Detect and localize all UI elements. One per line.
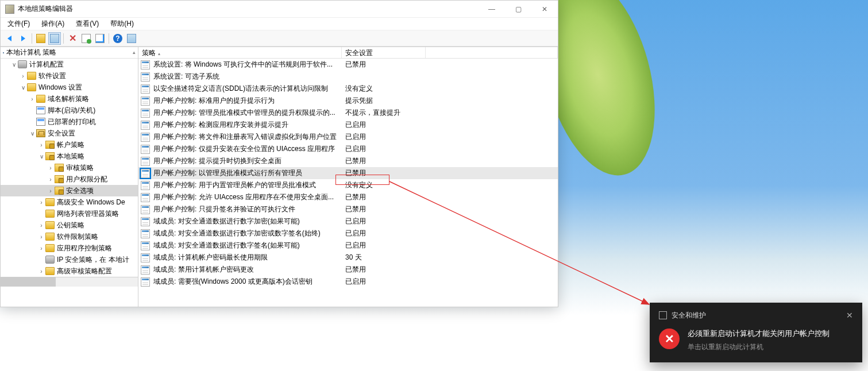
window-title: 本地组策略编辑器 xyxy=(18,4,479,14)
policy-icon xyxy=(141,217,150,226)
policy-name: 域成员: 对安全通道数据进行数字加密或数字签名(始终) xyxy=(152,229,342,238)
app-icon xyxy=(5,5,14,14)
policy-row[interactable]: 以安全描述符定义语言(SDDL)语法表示的计算机访问限制没有定义 xyxy=(138,83,558,95)
folder-icon xyxy=(45,198,55,206)
policy-icon xyxy=(141,181,150,190)
printer-icon xyxy=(36,118,45,126)
folder-up-icon xyxy=(36,34,45,43)
policy-row[interactable]: 用户帐户控制: 用于内置管理员帐户的管理员批准模式没有定义 xyxy=(138,179,558,191)
policy-setting: 没有定义 xyxy=(342,84,426,94)
show-hide-tree-button[interactable] xyxy=(48,32,61,45)
policy-row[interactable]: 用户帐户控制: 只提升签名并验证的可执行文件已禁用 xyxy=(138,203,558,215)
policy-setting: 已禁用 xyxy=(342,60,426,69)
policy-row[interactable]: 域成员: 禁用计算机帐户密码更改已禁用 xyxy=(138,264,558,276)
node-audit[interactable]: ›审核策略 xyxy=(1,162,138,173)
policy-row[interactable]: 用户帐户控制: 仅提升安装在安全位置的 UIAccess 应用程序已启用 xyxy=(138,143,558,155)
list-header[interactable]: 策略▴ 安全设置 xyxy=(138,47,558,59)
folder-icon xyxy=(45,244,55,252)
menu-view[interactable]: 查看(V) xyxy=(71,18,103,30)
menu-file[interactable]: 文件(F) xyxy=(3,18,34,30)
policy-name: 域成员: 对安全通道数据进行数字签名(如果可能) xyxy=(152,241,342,250)
node-account-policy[interactable]: ›帐户策略 xyxy=(1,139,138,150)
node-windows-settings[interactable]: ∨Windows 设置 xyxy=(1,82,138,93)
policy-setting: 已禁用 xyxy=(342,204,426,214)
arrow-left-icon xyxy=(7,36,11,41)
titlebar[interactable]: 本地组策略编辑器 — ▢ ✕ xyxy=(1,1,558,18)
node-pubkey[interactable]: ›公钥策略 xyxy=(1,219,138,231)
policy-name: 域成员: 对安全通道数据进行数字加密(如果可能) xyxy=(152,217,342,226)
policy-row[interactable]: 域成员: 对安全通道数据进行数字签名(如果可能)已启用 xyxy=(138,239,558,252)
gpedit-window: 本地组策略编辑器 — ▢ ✕ 文件(F) 操作(A) 查看(V) 帮助(H) ✕… xyxy=(0,0,558,307)
policy-setting: 已禁用 xyxy=(342,265,426,275)
export-button[interactable] xyxy=(94,32,106,45)
policy-name: 用户帐户控制: 管理员批准模式中管理员的提升权限提示的... xyxy=(152,108,342,118)
notif-close-button[interactable]: ✕ xyxy=(846,311,853,320)
node-security[interactable]: ∨安全设置 xyxy=(1,127,138,139)
policy-icon xyxy=(141,253,150,262)
policy-row[interactable]: 用户帐户控制: 以管理员批准模式运行所有管理员已禁用 xyxy=(138,167,558,179)
policy-icon xyxy=(141,169,150,178)
tree-hscrollbar[interactable] xyxy=(1,277,138,287)
col-setting: 安全设置 xyxy=(342,47,426,58)
tree-pane[interactable]: 本地计算机 策略 ▴ ∨计算机配置 ›软件设置 ∨Windows 设置 ›域名解… xyxy=(1,47,138,307)
node-local-policy[interactable]: ∨本地策略 xyxy=(1,150,138,162)
policy-row[interactable]: 系统设置: 可选子系统 xyxy=(138,71,558,83)
ipsec-icon xyxy=(45,256,55,264)
policy-icon xyxy=(141,84,150,94)
node-adv-audit[interactable]: ›高级审核策略配置 xyxy=(1,265,138,277)
properties-button[interactable] xyxy=(80,32,92,45)
list-rows[interactable]: 系统设置: 将 Windows 可执行文件中的证书规则用于软件...已禁用系统设… xyxy=(138,59,558,307)
node-rights[interactable]: ›用户权限分配 xyxy=(1,173,138,185)
policy-row[interactable]: 用户帐户控制: 将文件和注册表写入错误虚拟化到每用户位置已启用 xyxy=(138,131,558,143)
node-dns[interactable]: ›域名解析策略 xyxy=(1,93,138,105)
policy-row[interactable]: 用户帐户控制: 允许 UIAccess 应用程序在不使用安全桌面...已禁用 xyxy=(138,191,558,203)
policy-row[interactable]: 用户帐户控制: 管理员批准模式中管理员的提升权限提示的...不提示，直接提升 xyxy=(138,107,558,119)
help-icon: ? xyxy=(113,34,122,43)
policy-row[interactable]: 用户帐户控制: 提示提升时切换到安全桌面已禁用 xyxy=(138,155,558,167)
policy-row[interactable]: 域成员: 计算机帐户密码最长使用期限30 天 xyxy=(138,252,558,264)
nav-fwd-button[interactable] xyxy=(17,32,29,45)
menu-help[interactable]: 帮助(H) xyxy=(106,18,138,30)
node-security-options[interactable]: ›安全选项 xyxy=(1,185,138,196)
policy-row[interactable]: 域成员: 对安全通道数据进行数字加密或数字签名(始终)已启用 xyxy=(138,227,558,239)
policy-row[interactable]: 域成员: 对安全通道数据进行数字加密(如果可能)已启用 xyxy=(138,215,558,227)
node-netlist[interactable]: 网络列表管理器策略 xyxy=(1,208,138,219)
node-printers[interactable]: 已部署的打印机 xyxy=(1,116,138,127)
policy-icon xyxy=(141,72,150,82)
policy-name: 用户帐户控制: 仅提升安装在安全位置的 UIAccess 应用程序 xyxy=(152,144,342,154)
toolbar: ✕ ? xyxy=(1,30,558,47)
maximize-button[interactable]: ▢ xyxy=(505,1,531,18)
policy-row[interactable]: 用户帐户控制: 标准用户的提升提示行为提示凭据 xyxy=(138,95,558,107)
node-appctrl[interactable]: ›应用程序控制策略 xyxy=(1,242,138,254)
node-computer-config[interactable]: ∨计算机配置 xyxy=(1,59,138,70)
node-scripts[interactable]: 脚本(启动/关机) xyxy=(1,105,138,116)
folder-icon xyxy=(36,95,45,103)
delete-button[interactable]: ✕ xyxy=(66,32,79,45)
policy-setting: 已启用 xyxy=(342,120,426,130)
node-software[interactable]: ›软件设置 xyxy=(1,70,138,82)
flag-icon xyxy=(659,311,667,319)
help-button[interactable]: ? xyxy=(111,32,124,45)
minimize-button[interactable]: — xyxy=(479,1,505,18)
node-win-defender[interactable]: ›高级安全 Windows De xyxy=(1,196,138,208)
node-ipsec[interactable]: IP 安全策略，在 本地计 xyxy=(1,254,138,265)
menubar: 文件(F) 操作(A) 查看(V) 帮助(H) xyxy=(1,18,558,30)
policy-name: 系统设置: 将 Windows 可执行文件中的证书规则用于软件... xyxy=(152,60,342,69)
menu-action[interactable]: 操作(A) xyxy=(37,18,69,30)
policy-row[interactable]: 域成员: 需要强(Windows 2000 或更高版本)会话密钥已启用 xyxy=(138,276,558,288)
tree-root[interactable]: 本地计算机 策略 ▴ xyxy=(1,47,138,59)
policy-name: 域成员: 禁用计算机帐户密码更改 xyxy=(152,265,342,275)
policy-row[interactable]: 用户帐户控制: 检测应用程序安装并提示提升已启用 xyxy=(138,119,558,131)
node-sw-restrict[interactable]: ›软件限制策略 xyxy=(1,231,138,242)
policy-name: 用户帐户控制: 提示提升时切换到安全桌面 xyxy=(152,156,342,166)
up-button[interactable] xyxy=(34,32,47,45)
toast-notification[interactable]: 安全和维护 ✕ ✕ 必须重新启动计算机才能关闭用户帐户控制 单击以重新启动此计算… xyxy=(650,303,862,362)
details-button[interactable] xyxy=(125,32,138,45)
policy-setting: 已启用 xyxy=(342,144,426,154)
policy-setting: 已启用 xyxy=(342,217,426,226)
policy-icon xyxy=(141,265,150,275)
nav-back-button[interactable] xyxy=(3,32,16,45)
policy-row[interactable]: 系统设置: 将 Windows 可执行文件中的证书规则用于软件...已禁用 xyxy=(138,59,558,71)
close-button[interactable]: ✕ xyxy=(531,1,558,18)
policy-setting: 没有定义 xyxy=(342,180,426,190)
